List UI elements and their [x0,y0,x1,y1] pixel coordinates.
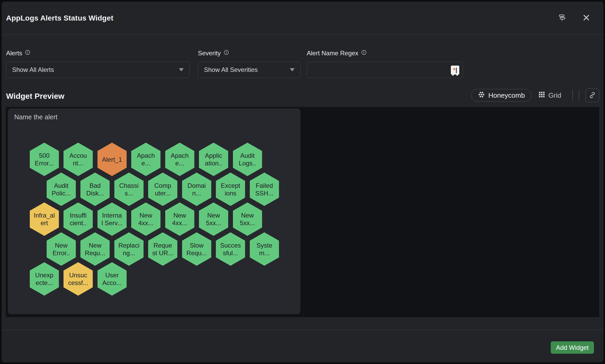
hexagon-label-line2: cessf... [68,279,88,287]
hexagon-alert[interactable]: Request UR... [148,232,177,266]
chevron-down-icon [179,68,184,71]
preview-heading: Widget Preview [6,92,64,101]
hexagon-alert[interactable]: Domain... [182,173,211,206]
hexagon-alert[interactable]: FailedSSH... [250,173,279,206]
hexagon-alert[interactable]: New5xx... [199,203,228,236]
hexagon-label-line1: Chassi [119,182,139,189]
hexagon-label-line2: uter... [155,189,171,197]
close-icon [582,14,590,22]
regex-helper-icon[interactable]: *| [451,66,459,75]
hexagon-label-line1: New [241,211,254,219]
hexagon-alert[interactable]: Unsuccessf... [64,262,93,296]
hexagon-alert[interactable]: Unexpecte... [30,262,59,296]
hexagon-label-line1: New [173,211,186,219]
hexagon-label-line1: Infra_al [34,211,55,219]
hexagon-label-line2: ng... [123,249,135,257]
grid-view-button[interactable]: Grid [534,89,566,102]
hexagon-label-line2: l Serv... [101,219,123,227]
alerts-dropdown-value: Show All Alerts [12,66,54,73]
info-icon[interactable] [25,50,31,57]
hexagon-alert[interactable]: Account... [64,143,93,176]
hexagon-label-line1: Syste [256,242,272,249]
hexagon-label-line2: Requ... [187,249,207,257]
hexagon-alert[interactable]: New5xx... [233,203,262,236]
hexagon-label-line1: Unsuc [69,271,87,279]
hexagon-label-line1: Reque [153,242,172,249]
hexagon-label-line1: User [105,271,119,279]
info-icon[interactable] [223,50,229,57]
hexagon-label-line1: Unexp [35,271,53,279]
hexagon-alert[interactable]: System... [250,232,279,266]
hexagon-alert[interactable]: NewRequ... [80,232,110,266]
hexagon-alert[interactable]: 500Error... [30,143,59,176]
modal-title: AppLogs Alerts Status Widget [6,14,113,22]
hexagon-alert[interactable]: UserAcco... [97,262,127,296]
hexagon-label-line2: st UR... [152,249,173,257]
hexagon-label-line1: Domai [188,182,206,189]
hexagon-alert[interactable]: Apache... [131,143,160,176]
hexagon-alert[interactable]: NewError.. [47,232,76,266]
severity-dropdown[interactable]: Show All Severities [198,62,301,78]
honeycomb-dots-icon [478,91,485,100]
hexagon-alert[interactable]: Application.. [199,143,228,176]
hexagon-label-line2: e... [142,159,150,167]
regex-filter: Alert Name Regex *| [307,50,463,57]
info-icon[interactable] [361,50,367,57]
add-widget-button[interactable]: Add Widget [551,341,594,354]
signpost-button[interactable] [557,12,568,24]
hexagon-label-line2: n... [192,189,201,197]
hexagon-label-line2: Polic... [52,189,71,197]
hexagon-label-line1: New [139,211,152,219]
hexagon-alert[interactable]: Replacing... [114,232,144,266]
hexagon-label-line2: e... [175,159,184,167]
hexagon-label-line1: Interna [102,211,122,219]
grid-view-label: Grid [548,91,561,100]
hexagon-alert[interactable]: New4xx... [165,203,194,236]
hexagon-alert[interactable]: Chassis... [114,173,144,206]
link-button[interactable] [586,88,599,102]
divider [579,90,579,101]
hexagon-alert[interactable]: Computer... [148,173,177,206]
divider [2,330,603,330]
hexagon-label-line2: 4xx... [172,219,187,227]
hexagon-label-line1: New [55,242,67,249]
hexagon-label-line1: New [207,211,220,219]
hexagon-label-line2: ecte... [36,279,53,287]
hexagon-label-line1: Except [221,182,240,189]
hexagon-label-line2: ert [41,219,48,227]
hexagon-alert[interactable]: Infra_alert [30,203,59,236]
signpost-icon [558,13,567,23]
close-button[interactable] [581,13,591,23]
hexagon-alert[interactable]: New4xx... [131,203,160,236]
hexagon-alert[interactable]: Internal Serv... [97,203,127,236]
hexagon-label-line1: Audit [240,152,255,159]
hexagon-alert[interactable]: Successful... [216,232,245,266]
hexagon-label-line2: 5xx... [206,219,221,227]
alerts-dropdown[interactable]: Show All Alerts [6,62,190,78]
hexagon-alert[interactable]: Insufficient.. [64,203,93,236]
honeycomb-view-button[interactable]: Honeycomb [471,89,531,102]
hexagon-alert[interactable]: Exceptions [216,173,245,206]
hexagon-alert[interactable]: BadDisk... [80,173,110,206]
hexagon-alert[interactable]: Alert_1 [97,143,127,176]
hexagon-alert[interactable]: AuditLogs.. [233,143,262,176]
hexagon-alert[interactable]: SlowRequ... [182,232,211,266]
chevron-down-icon [290,68,295,71]
hexagon-label-line2: Disk... [86,189,104,197]
hexagon-label-line1: Audit [54,182,69,189]
hexagon-alert[interactable]: AuditPolic... [47,173,76,206]
alerts-label: Alerts [6,50,31,57]
regex-bar-glyph: | [456,67,457,73]
preview-card-title: Name the alert [14,113,57,121]
hexagon-alert[interactable]: Apache... [165,143,194,176]
hexagon-label-line2: SSH... [255,189,274,197]
severity-dropdown-value: Show All Severities [204,66,258,73]
preview-card: Name the alert 500Error...Account...Aler… [8,109,300,314]
hexagon-label-line2: nt... [73,159,83,167]
divider [572,90,573,101]
severity-filter: Severity Show All Severities [198,50,229,57]
regex-input[interactable] [307,62,463,78]
severity-label-text: Severity [198,50,221,57]
hexagon-label-line1: Insuffi [70,211,87,219]
hexagon-label-line1: Comp [154,182,171,189]
